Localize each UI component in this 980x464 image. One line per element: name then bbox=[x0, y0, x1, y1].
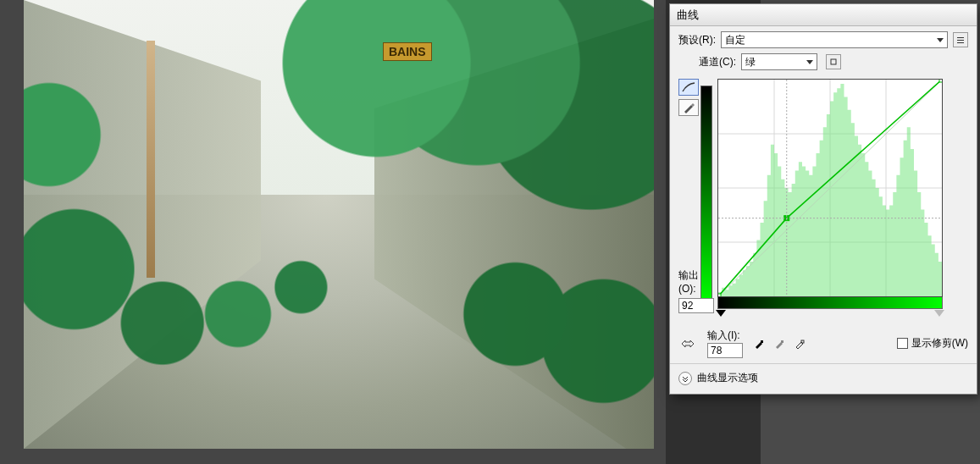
image-sign-text: BAINS bbox=[383, 42, 432, 61]
white-eyedropper-icon[interactable] bbox=[792, 336, 807, 351]
svg-rect-0 bbox=[957, 37, 964, 38]
chevron-down-icon bbox=[937, 38, 944, 42]
svg-rect-18 bbox=[781, 340, 783, 343]
preset-menu-button[interactable] bbox=[953, 32, 968, 47]
svg-rect-17 bbox=[761, 340, 763, 343]
preset-label: 预设(R): bbox=[678, 33, 716, 47]
document-image[interactable]: BAINS bbox=[24, 0, 654, 449]
display-options-label: 曲线显示选项 bbox=[697, 371, 758, 385]
chevron-down-icon bbox=[806, 60, 813, 64]
output-row: 输出(O): bbox=[670, 265, 717, 317]
curve-graph-wrap bbox=[717, 79, 943, 309]
checkbox-icon bbox=[897, 338, 908, 349]
curve-pencil-tool[interactable] bbox=[678, 99, 699, 116]
output-value-input[interactable] bbox=[678, 298, 714, 313]
channel-value: 绿 bbox=[745, 55, 756, 69]
white-point-slider[interactable] bbox=[934, 310, 944, 317]
auto-button[interactable] bbox=[826, 54, 841, 69]
hand-target-tool[interactable] bbox=[678, 335, 699, 352]
output-label: 输出(O): bbox=[678, 268, 709, 295]
canvas-workspace[interactable]: BAINS bbox=[0, 0, 666, 464]
dialog-titlebar[interactable]: 曲线 bbox=[670, 4, 977, 26]
svg-rect-12 bbox=[718, 294, 721, 296]
channel-row: 通道(C): 绿 bbox=[670, 53, 977, 75]
input-gradient bbox=[717, 297, 943, 309]
display-options-expander[interactable]: 曲线显示选项 bbox=[670, 363, 977, 394]
curves-dialog: 曲线 预设(R): 自定 通道(C): 绿 bbox=[669, 3, 977, 395]
curve-graph[interactable] bbox=[717, 79, 943, 297]
expand-chevron-icon bbox=[678, 372, 692, 385]
curve-point-tool[interactable] bbox=[678, 79, 699, 96]
gray-eyedropper-icon[interactable] bbox=[772, 336, 787, 351]
preset-select[interactable]: 自定 bbox=[721, 31, 948, 48]
dialog-title: 曲线 bbox=[677, 8, 699, 23]
eyedropper-group bbox=[751, 336, 807, 351]
show-clipping-checkbox[interactable]: 显示修剪(W) bbox=[897, 336, 968, 351]
input-label: 输入(I): bbox=[707, 329, 743, 343]
input-row-container: 输入(I): 显示修剪(W) bbox=[670, 322, 977, 363]
channel-label: 通道(C): bbox=[699, 55, 736, 69]
preset-row: 预设(R): 自定 bbox=[670, 26, 977, 53]
image-foliage bbox=[24, 0, 654, 449]
svg-rect-3 bbox=[831, 59, 836, 64]
svg-rect-1 bbox=[957, 40, 964, 41]
svg-rect-19 bbox=[801, 340, 804, 343]
svg-rect-13 bbox=[939, 80, 942, 82]
channel-select[interactable]: 绿 bbox=[741, 53, 817, 70]
black-eyedropper-icon[interactable] bbox=[751, 336, 767, 351]
input-value-input[interactable] bbox=[707, 343, 743, 358]
preset-value: 自定 bbox=[725, 33, 745, 47]
show-clipping-label: 显示修剪(W) bbox=[911, 336, 968, 351]
svg-rect-2 bbox=[957, 42, 964, 43]
